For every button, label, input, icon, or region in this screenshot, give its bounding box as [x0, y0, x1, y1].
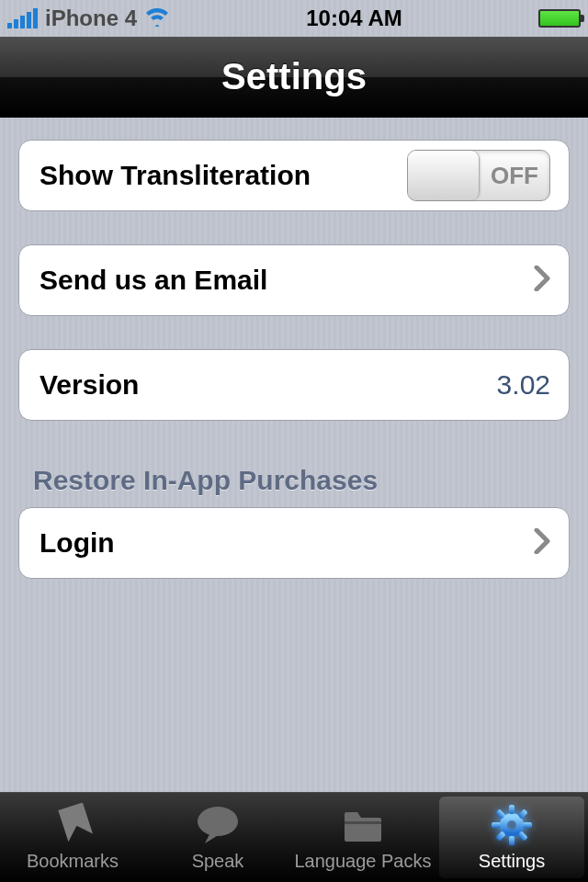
svg-rect-6 [523, 822, 532, 828]
toggle-state-label: OFF [480, 162, 549, 190]
signal-icon [7, 8, 38, 28]
tab-bar: Bookmarks Speak Language Packs [0, 792, 588, 882]
settings-content: Show Transliteration OFF Send us an Emai… [0, 118, 588, 601]
tab-speak-label: Speak [192, 851, 244, 874]
svg-point-2 [503, 817, 520, 833]
row-show-transliteration: Show Transliteration OFF [18, 140, 570, 211]
transliteration-label: Show Transliteration [40, 160, 311, 191]
status-left: iPhone 4 [7, 6, 170, 31]
tab-speak[interactable]: Speak [145, 793, 290, 882]
battery-icon [538, 9, 581, 28]
chevron-right-icon [534, 261, 550, 300]
row-login[interactable]: Login [18, 507, 570, 579]
status-time: 10:04 AM [306, 6, 401, 31]
navigation-bar: Settings [0, 37, 588, 118]
login-label: Login [40, 527, 115, 559]
transliteration-toggle[interactable]: OFF [407, 150, 550, 201]
toggle-knob [408, 151, 480, 200]
svg-point-0 [198, 807, 238, 836]
bookmark-icon [52, 801, 93, 849]
tab-bookmarks-label: Bookmarks [27, 851, 119, 874]
svg-rect-4 [509, 836, 514, 845]
folder-icon [339, 801, 387, 849]
svg-rect-3 [509, 805, 514, 814]
carrier-label: iPhone 4 [45, 6, 137, 31]
version-value: 3.02 [497, 369, 550, 401]
tab-language-packs[interactable]: Language Packs [290, 793, 435, 882]
wifi-icon [144, 6, 170, 30]
chevron-right-icon [534, 524, 550, 562]
section-header-restore: Restore In-App Purchases [18, 458, 570, 507]
status-bar: iPhone 4 10:04 AM [0, 0, 588, 37]
page-title: Settings [221, 56, 367, 97]
tab-settings[interactable]: Settings [439, 797, 584, 878]
version-label: Version [40, 369, 139, 401]
tab-settings-label: Settings [479, 851, 545, 874]
gear-icon [490, 801, 534, 849]
svg-rect-5 [492, 822, 501, 828]
tab-language-packs-label: Language Packs [294, 851, 431, 874]
row-version: Version 3.02 [18, 349, 570, 421]
row-send-email[interactable]: Send us an Email [18, 244, 570, 316]
speech-bubble-icon [194, 801, 242, 849]
svg-rect-1 [345, 821, 381, 824]
tab-bookmarks[interactable]: Bookmarks [0, 793, 145, 882]
send-email-label: Send us an Email [40, 265, 267, 296]
